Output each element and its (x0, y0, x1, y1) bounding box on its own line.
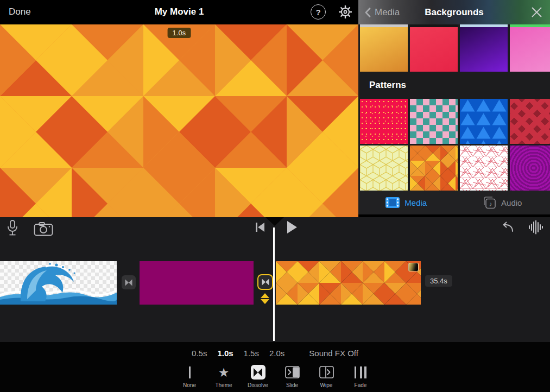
back-button-label: Media (375, 7, 400, 18)
close-icon (530, 6, 543, 18)
play-button[interactable] (286, 220, 298, 236)
duration-option-0.5s[interactable]: 0.5s (192, 349, 207, 358)
transition-label: Wipe (320, 382, 333, 388)
chevron-left-icon (365, 8, 371, 17)
tab-audio[interactable]: ♪ Audio (454, 191, 550, 214)
camera-icon (34, 222, 53, 236)
transition-type-row: None ★ Theme Dissolve (0, 365, 550, 388)
camera-button[interactable] (34, 222, 53, 238)
transition-type-fade[interactable]: Fade (344, 365, 378, 388)
film-strip-icon (385, 197, 400, 208)
undo-icon (501, 221, 515, 233)
patterns-section-header: Patterns (358, 72, 550, 99)
back-to-media-button[interactable]: Media (365, 0, 400, 24)
question-mark-icon: ? (315, 8, 320, 17)
gear-icon (338, 4, 353, 20)
undo-button[interactable] (501, 221, 515, 236)
imovie-app: 1.0s Done My Movie 1 ? (0, 0, 550, 392)
close-panel-button[interactable] (530, 6, 543, 18)
record-voiceover-button[interactable] (7, 220, 18, 239)
background-swatch-pink[interactable] (510, 27, 550, 72)
tab-media-label: Media (404, 198, 427, 207)
sound-fx-toggle[interactable]: Sound FX Off (309, 349, 358, 358)
pattern-swatch-red-chevron-x[interactable] (510, 99, 550, 144)
skip-to-start-icon (254, 222, 266, 233)
transition-bowtie-icon (124, 279, 133, 286)
duration-option-2.0s[interactable]: 2.0s (269, 349, 285, 358)
background-swatch-violet[interactable] (460, 27, 508, 72)
settings-button[interactable] (338, 4, 353, 20)
pattern-swatch-purple-rings[interactable] (510, 146, 550, 191)
background-swatch-gold[interactable] (360, 27, 408, 72)
panel-header: Media Backgrounds (358, 0, 550, 24)
skip-to-start-button[interactable] (254, 222, 266, 235)
pattern-swatch-red-speckle[interactable] (360, 99, 408, 144)
pattern-swatch-row-1 (358, 99, 550, 144)
clip-wave-image[interactable] (0, 261, 117, 305)
svg-text:♪: ♪ (489, 200, 492, 208)
dissolve-transition-icon (251, 365, 265, 380)
transition-bowtie-icon (261, 279, 270, 286)
clip-solid-purple[interactable] (140, 261, 254, 305)
transition-duration-badge: 1.0s (168, 28, 191, 38)
transition-label: Theme (215, 382, 232, 388)
tab-audio-label: Audio (501, 198, 522, 207)
slide-transition-icon (285, 366, 300, 378)
timeline[interactable]: 35.4s (0, 217, 550, 342)
pattern-swatch-red-wire-triangles[interactable] (460, 146, 508, 191)
star-icon: ★ (218, 366, 230, 379)
playhead-line (273, 227, 275, 341)
duration-option-1.0s-selected[interactable]: 1.0s (217, 349, 233, 358)
project-title: My Movie 1 (0, 7, 358, 17)
microphone-icon (7, 220, 18, 237)
transition-type-theme[interactable]: ★ Theme (207, 365, 241, 388)
transition-type-dissolve-selected[interactable]: Dissolve (241, 365, 275, 388)
waveform-icon (528, 220, 544, 235)
play-icon (286, 220, 298, 234)
playhead-notch (265, 217, 284, 226)
orange-clip-pattern-canvas (276, 261, 421, 305)
backgrounds-panel: Media Backgrounds Patterns (358, 0, 550, 214)
transition-label: Fade (355, 382, 367, 388)
audio-waveform-button[interactable] (528, 220, 544, 237)
pattern-swatch-orange-triangles[interactable] (410, 146, 458, 191)
gradient-swatch-row (358, 27, 550, 72)
none-transition-icon (189, 366, 191, 378)
fade-transition-icon (355, 366, 366, 378)
clip-duration-label: 35.4s (425, 275, 452, 287)
panel-tab-bar: Media ♪ Audio (358, 191, 550, 214)
background-swatch-crimson[interactable] (410, 27, 458, 72)
arrow-down-icon (261, 299, 269, 304)
tab-media[interactable]: Media (358, 191, 454, 214)
transition-label: Slide (286, 382, 298, 388)
pattern-swatch-citrus-cubes[interactable] (360, 146, 408, 191)
clip-pattern-orange[interactable] (276, 261, 421, 305)
wave-clip-thumbnail (0, 261, 117, 305)
pattern-swatch-blue-triangles[interactable] (460, 99, 508, 144)
transition-button-1[interactable] (122, 275, 136, 289)
pattern-swatch-row-2 (358, 146, 550, 191)
transition-type-slide[interactable]: Slide (275, 365, 309, 388)
pattern-swatch-pink-teal-diamonds[interactable] (410, 99, 458, 144)
arrow-up-icon (261, 293, 269, 298)
transition-settings-bar: 0.5s 1.0s 1.5s 2.0s Sound FX Off None ★ … (0, 342, 550, 392)
transition-label: None (183, 382, 196, 388)
duration-option-1.5s[interactable]: 1.5s (244, 349, 259, 358)
transition-type-wipe[interactable]: Wipe (309, 365, 344, 388)
video-preview[interactable]: 1.0s (0, 24, 358, 217)
wipe-transition-icon (319, 366, 334, 378)
background-clip-badge-icon (408, 263, 419, 271)
transition-label: Dissolve (248, 382, 268, 388)
help-button[interactable]: ? (311, 4, 326, 20)
precision-editor-toggle[interactable] (260, 293, 270, 304)
preview-pattern-canvas (0, 24, 358, 217)
transition-button-2-selected[interactable] (257, 274, 273, 290)
transition-duration-options: 0.5s 1.0s 1.5s 2.0s Sound FX Off (0, 349, 550, 358)
top-bar: Done My Movie 1 ? (0, 0, 358, 24)
transition-type-none[interactable]: None (173, 365, 207, 388)
audio-note-icon: ♪ (482, 196, 496, 209)
